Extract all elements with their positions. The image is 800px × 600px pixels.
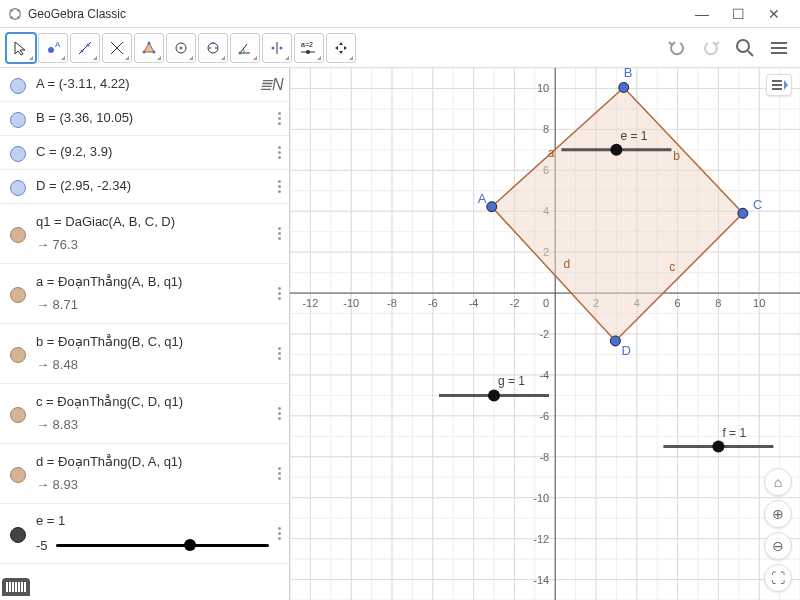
svg-point-20 <box>212 42 214 44</box>
visibility-toggle[interactable] <box>0 285 36 303</box>
svg-line-29 <box>748 51 753 56</box>
tool-perpendicular[interactable] <box>102 33 132 63</box>
svg-point-153 <box>488 389 500 401</box>
close-button[interactable]: ✕ <box>756 0 792 28</box>
visibility-toggle[interactable] <box>0 465 36 483</box>
maximize-button[interactable]: ☐ <box>720 0 756 28</box>
svg-point-13 <box>148 41 151 44</box>
svg-point-145 <box>738 208 748 218</box>
algebra-row[interactable]: C = (9.2, 3.9) <box>0 136 289 170</box>
item-menu-button[interactable] <box>269 407 289 420</box>
svg-text:d: d <box>564 257 571 271</box>
algebra-definition: D = (2.95, -2.34) <box>36 176 269 197</box>
svg-text:8: 8 <box>715 297 721 309</box>
visibility-toggle[interactable] <box>0 76 36 94</box>
algebra-definition: d = ĐoạnThẳng(D, A, q1)→ 8.93 <box>36 452 269 496</box>
svg-point-24 <box>280 46 283 49</box>
item-menu-button[interactable] <box>269 227 289 240</box>
tool-ellipse[interactable] <box>198 33 228 63</box>
search-button[interactable] <box>730 33 760 63</box>
svg-text:-2: -2 <box>510 297 520 309</box>
algebra-row[interactable]: d = ĐoạnThẳng(D, A, q1)→ 8.93 <box>0 444 289 504</box>
menu-button[interactable] <box>764 33 794 63</box>
svg-text:-10: -10 <box>533 492 549 504</box>
svg-text:f = 1: f = 1 <box>722 426 746 440</box>
svg-point-143 <box>619 82 629 92</box>
redo-button[interactable] <box>696 33 726 63</box>
algebra-row[interactable]: A = (-3.11, 4.22)≣N <box>0 68 289 102</box>
tool-move-view[interactable] <box>326 33 356 63</box>
tool-polygon[interactable] <box>134 33 164 63</box>
virtual-keyboard-button[interactable] <box>2 578 30 596</box>
item-menu-button[interactable] <box>269 467 289 480</box>
svg-text:-14: -14 <box>533 574 549 586</box>
tool-angle[interactable] <box>230 33 260 63</box>
algebra-row[interactable]: e = 1-5 <box>0 504 289 564</box>
svg-point-23 <box>272 46 275 49</box>
visibility-toggle[interactable] <box>0 225 36 243</box>
svg-point-28 <box>737 40 749 52</box>
svg-text:10: 10 <box>753 297 765 309</box>
svg-text:-8: -8 <box>539 451 549 463</box>
svg-text:8: 8 <box>543 123 549 135</box>
item-menu-button[interactable] <box>269 146 289 159</box>
svg-text:B: B <box>624 68 633 80</box>
zoom-out-button[interactable]: ⊖ <box>764 532 792 560</box>
svg-point-1 <box>10 9 13 12</box>
svg-point-5 <box>48 47 54 53</box>
visibility-toggle[interactable] <box>0 525 36 543</box>
graphics-view[interactable]: -12-10-8-6-4-2246810-14-12-10-8-6-4-2246… <box>290 68 800 600</box>
svg-text:-6: -6 <box>539 410 549 422</box>
item-menu-button[interactable] <box>269 287 289 300</box>
input-mode-toggle[interactable]: ≣N <box>259 75 289 94</box>
home-button[interactable]: ⌂ <box>764 468 792 496</box>
algebra-definition: q1 = DaGiac(A, B, C, D)→ 76.3 <box>36 212 269 256</box>
item-menu-button[interactable] <box>269 180 289 193</box>
tool-line[interactable] <box>70 33 100 63</box>
tool-point[interactable]: A <box>38 33 68 63</box>
visibility-toggle[interactable] <box>0 345 36 363</box>
algebra-row[interactable]: D = (2.95, -2.34) <box>0 170 289 204</box>
svg-text:-4: -4 <box>469 297 479 309</box>
svg-text:a: a <box>548 146 555 160</box>
algebra-row[interactable]: B = (3.36, 10.05) <box>0 102 289 136</box>
tool-slider[interactable]: a=2 <box>294 33 324 63</box>
minimize-button[interactable]: — <box>684 0 720 28</box>
svg-point-12 <box>143 50 146 53</box>
svg-text:-10: -10 <box>343 297 359 309</box>
tool-reflect[interactable] <box>262 33 292 63</box>
svg-point-21 <box>239 51 242 54</box>
algebra-definition: B = (3.36, 10.05) <box>36 108 269 129</box>
algebra-row[interactable]: b = ĐoạnThẳng(B, C, q1)→ 8.48 <box>0 324 289 384</box>
visibility-toggle[interactable] <box>0 178 36 196</box>
undo-button[interactable] <box>662 33 692 63</box>
algebra-row[interactable]: q1 = DaGiac(A, B, C, D)→ 76.3 <box>0 204 289 264</box>
svg-text:C: C <box>753 197 762 212</box>
slider-track[interactable] <box>56 544 269 547</box>
svg-point-19 <box>215 47 217 49</box>
graphics-style-button[interactable] <box>766 74 792 96</box>
zoom-in-button[interactable]: ⊕ <box>764 500 792 528</box>
svg-text:c: c <box>669 260 675 274</box>
svg-point-141 <box>487 202 497 212</box>
svg-point-4 <box>10 16 13 19</box>
algebra-definition: b = ĐoạnThẳng(B, C, q1)→ 8.48 <box>36 332 269 376</box>
visibility-toggle[interactable] <box>0 144 36 162</box>
item-menu-button[interactable] <box>269 112 289 125</box>
tool-move[interactable] <box>6 33 36 63</box>
algebra-row[interactable]: c = ĐoạnThẳng(C, D, q1)→ 8.83 <box>0 384 289 444</box>
algebra-definition: a = ĐoạnThẳng(A, B, q1)→ 8.71 <box>36 272 269 316</box>
item-menu-button[interactable] <box>269 347 289 360</box>
svg-point-14 <box>153 50 156 53</box>
visibility-toggle[interactable] <box>0 110 36 128</box>
item-menu-button[interactable] <box>269 527 289 540</box>
tool-circle[interactable] <box>166 33 196 63</box>
visibility-toggle[interactable] <box>0 405 36 423</box>
svg-point-150 <box>610 144 622 156</box>
fullscreen-button[interactable]: ⛶ <box>764 564 792 592</box>
toolbar: A a=2 <box>0 28 800 68</box>
algebra-row[interactable]: a = ĐoạnThẳng(A, B, q1)→ 8.71 <box>0 264 289 324</box>
svg-text:A: A <box>55 40 61 49</box>
svg-point-18 <box>209 47 211 49</box>
algebra-definition: e = 1-5 <box>36 511 269 557</box>
